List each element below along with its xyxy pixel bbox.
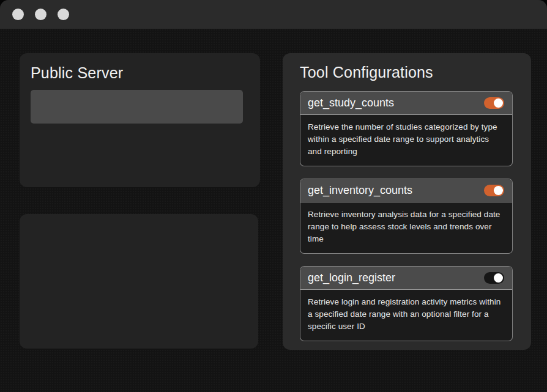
tool-card-get-login-register: get_login_register Retrieve login and re…: [300, 266, 513, 341]
tool-name: get_login_register: [308, 272, 395, 284]
main-content: Public Server Tool Configurations get_st…: [0, 29, 547, 392]
window-titlebar: [0, 0, 547, 29]
tool-configurations-title: Tool Configurations: [300, 64, 514, 81]
close-window-button[interactable]: [12, 9, 24, 20]
tool-card-get-study-counts: get_study_counts Retrieve the number of …: [300, 91, 513, 166]
toggle-knob: [494, 98, 503, 108]
tool-toggle[interactable]: [484, 97, 504, 109]
tool-card-header: get_login_register: [300, 267, 512, 290]
tool-card-header: get_study_counts: [300, 92, 512, 115]
tool-name: get_inventory_counts: [308, 184, 412, 197]
public-server-card: Public Server: [20, 53, 260, 187]
tool-description: Retrieve login and registration activity…: [300, 290, 512, 341]
tool-toggle[interactable]: [484, 272, 504, 284]
public-server-title: Public Server: [31, 64, 249, 82]
server-select[interactable]: [31, 90, 243, 124]
tool-card-header: get_inventory_counts: [300, 179, 512, 202]
app-window: Public Server Tool Configurations get_st…: [0, 0, 547, 392]
toggle-knob: [494, 273, 503, 283]
tool-configurations-panel: Tool Configurations get_study_counts Ret…: [283, 53, 531, 350]
tool-description: Retrieve inventory analysis data for a s…: [300, 202, 512, 253]
maximize-window-button[interactable]: [58, 9, 69, 20]
tool-card-get-inventory-counts: get_inventory_counts Retrieve inventory …: [300, 179, 513, 254]
tool-description: Retrieve the number of studies categoriz…: [300, 115, 512, 166]
minimize-window-button[interactable]: [35, 9, 47, 20]
toggle-knob: [494, 186, 503, 195]
tool-name: get_study_counts: [308, 97, 394, 109]
tool-toggle[interactable]: [484, 185, 504, 196]
empty-card: [20, 214, 258, 349]
